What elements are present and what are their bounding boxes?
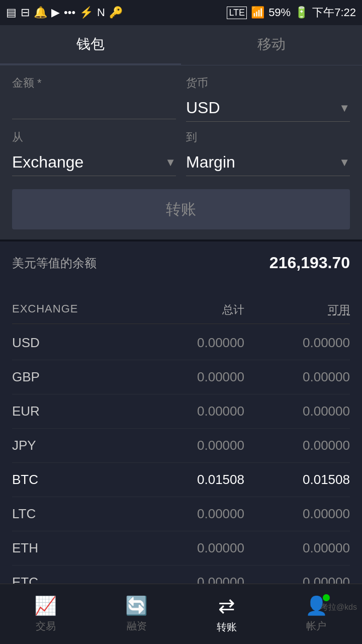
- status-icons-left: ▤ ⊟ 🔔 ▶ ••• ⚡ N 🔑: [6, 6, 123, 19]
- col-exchange-header: EXCHANGE: [12, 302, 139, 317]
- from-select[interactable]: Exchange ▼: [12, 149, 176, 176]
- tab-move[interactable]: 移动: [181, 25, 362, 65]
- balance-row: 美元等值的余额 216,193.70: [12, 254, 350, 272]
- currency-available: 0.00000: [244, 438, 350, 453]
- from-label: 从: [12, 130, 176, 145]
- table-row: LTC 0.00000 0.00000: [12, 497, 350, 531]
- nav-trade[interactable]: 📈 交易: [34, 595, 57, 633]
- lte-icon: LTE: [227, 7, 247, 19]
- nav-account-label: 帐户: [306, 619, 326, 633]
- nav-transfer[interactable]: ⇄ 转账: [217, 594, 237, 634]
- from-group: 从 Exchange ▼: [12, 130, 176, 176]
- battery-icon: 🔋: [295, 6, 308, 19]
- currency-name: ETH: [12, 540, 139, 556]
- currency-available: 0.00000: [244, 540, 350, 556]
- app-icon: ⊟: [21, 6, 30, 19]
- more-icon: •••: [64, 6, 75, 19]
- to-group: 到 Margin ▼: [186, 130, 350, 176]
- currency-name: GBP: [12, 369, 139, 385]
- nav-transfer-label: 转账: [217, 620, 237, 634]
- amount-input[interactable]: [12, 95, 176, 119]
- currency-label: 货币: [186, 75, 350, 91]
- key-icon: 🔑: [109, 6, 123, 19]
- signal-bars: 📶: [251, 6, 264, 19]
- balance-value: 216,193.70: [269, 254, 350, 272]
- table-row: EUR 0.00000 0.00000: [12, 394, 350, 429]
- nav-account[interactable]: 👤 帐户: [305, 595, 328, 633]
- to-select[interactable]: Margin ▼: [186, 149, 350, 176]
- to-label: 到: [186, 130, 350, 145]
- transfer-icon: ⇄: [218, 594, 235, 617]
- col-total-header: 总计: [139, 302, 244, 317]
- currency-available: 0.00000: [244, 404, 350, 419]
- nav-trade-label: 交易: [36, 619, 56, 633]
- from-value: Exchange: [12, 153, 83, 172]
- transfer-form: 金额 * 货币 USD ▼ 从 Exchange ▼ 到: [0, 65, 362, 239]
- nfc-icon: N: [97, 6, 105, 19]
- status-icons-right: LTE 📶 59% 🔋 下午7:22: [227, 5, 356, 20]
- table-row: JPY 0.00000 0.00000: [12, 429, 350, 463]
- alert-icon: 🔔: [34, 6, 47, 19]
- table-header: EXCHANGE 总计 可用: [12, 296, 350, 324]
- currency-name: USD: [12, 335, 139, 351]
- balance-label: 美元等值的余额: [12, 255, 97, 271]
- transfer-button[interactable]: 转账: [12, 189, 350, 229]
- form-row-2: 从 Exchange ▼ 到 Margin ▼: [12, 130, 350, 176]
- nav-finance-label: 融资: [127, 619, 147, 633]
- from-arrow-icon: ▼: [165, 156, 176, 169]
- currency-available: 0.01508: [244, 472, 350, 488]
- table-row: GBP 0.00000 0.00000: [12, 360, 350, 394]
- table-row: ETH 0.00000 0.00000: [12, 531, 350, 566]
- watermark: 考拉@kds: [320, 602, 357, 613]
- currency-name: JPY: [12, 438, 139, 453]
- notification-icon: ▤: [6, 6, 17, 19]
- currency-total: 0.00000: [139, 335, 244, 351]
- currency-name: LTC: [12, 506, 139, 522]
- online-indicator: [323, 594, 330, 601]
- tab-wallet[interactable]: 钱包: [0, 25, 181, 65]
- currency-total: 0.00000: [139, 540, 244, 556]
- currency-value: USD: [186, 99, 220, 117]
- bluetooth-icon: ⚡: [79, 6, 93, 19]
- currency-available: 0.00000: [244, 335, 350, 351]
- form-row-1: 金额 * 货币 USD ▼: [12, 75, 350, 122]
- status-bar: ▤ ⊟ 🔔 ▶ ••• ⚡ N 🔑 LTE 📶 59% 🔋 下午7:22: [0, 0, 362, 25]
- finance-icon: 🔄: [125, 595, 148, 616]
- battery-percent: 59%: [268, 6, 291, 19]
- table-row: BTC 0.01508 0.01508: [12, 463, 350, 497]
- currency-name: BTC: [12, 472, 139, 488]
- currency-total: 0.01508: [139, 472, 244, 488]
- currency-total: 0.00000: [139, 438, 244, 453]
- to-arrow-icon: ▼: [339, 156, 350, 169]
- currency-total: 0.00000: [139, 506, 244, 522]
- currency-available: 0.00000: [244, 506, 350, 522]
- to-value: Margin: [186, 153, 235, 172]
- amount-group: 金额 *: [12, 75, 176, 122]
- table-row: USD 0.00000 0.00000: [12, 326, 350, 360]
- time-display: 下午7:22: [312, 5, 356, 20]
- send-icon: ▶: [51, 6, 60, 19]
- balance-section: 美元等值的余额 216,193.70: [0, 239, 362, 296]
- main-tab-bar: 钱包 移动: [0, 25, 362, 65]
- currency-total: 0.00000: [139, 404, 244, 419]
- currency-available: 0.00000: [244, 369, 350, 385]
- currency-total: 0.00000: [139, 369, 244, 385]
- col-available-header: 可用: [244, 302, 350, 317]
- currency-select[interactable]: USD ▼: [186, 95, 350, 122]
- trade-icon: 📈: [34, 595, 57, 616]
- currency-group: 货币 USD ▼: [186, 75, 350, 122]
- currency-name: EUR: [12, 404, 139, 419]
- bottom-nav: 📈 交易 🔄 融资 ⇄ 转账 👤 帐户: [0, 584, 362, 644]
- nav-finance[interactable]: 🔄 融资: [125, 595, 148, 633]
- amount-label: 金额 *: [12, 75, 176, 91]
- currency-arrow-icon: ▼: [339, 102, 350, 115]
